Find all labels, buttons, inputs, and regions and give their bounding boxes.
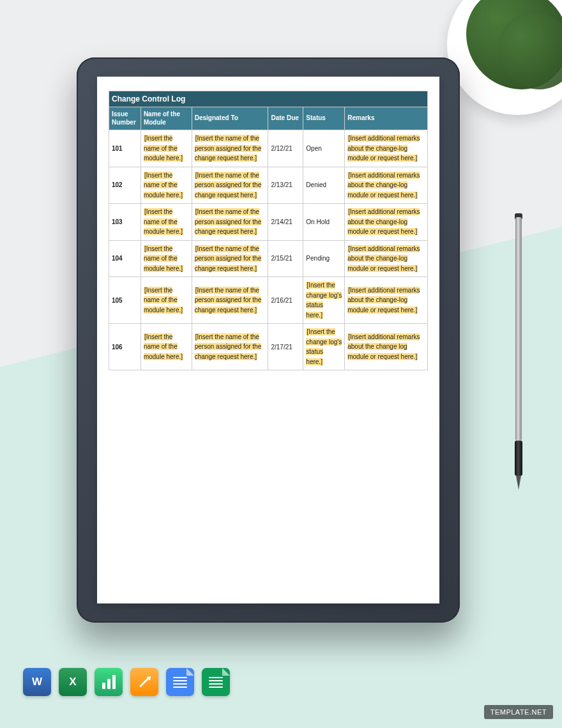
- cell-issue: 105: [109, 277, 141, 324]
- table-row: 103[Insert the name of the module here.]…: [109, 204, 428, 241]
- cell-date: 2/17/21: [268, 324, 303, 370]
- pages-icon[interactable]: [130, 668, 158, 696]
- cell-status: Pending: [303, 240, 345, 277]
- cell-designated: [Insert the name of the person assigned …: [192, 240, 268, 277]
- word-letter: W: [32, 676, 42, 688]
- table-row: 105[Insert the name of the module here.]…: [109, 277, 428, 324]
- cell-designated: [Insert the name of the person assigned …: [192, 277, 268, 324]
- watermark: TEMPLATE.NET: [484, 705, 553, 719]
- cell-date: 2/13/21: [268, 167, 303, 204]
- cell-date: 2/14/21: [268, 204, 303, 241]
- pen-decoration: [513, 217, 524, 492]
- cell-remarks: [Insert additional remarks about the cha…: [345, 324, 428, 370]
- cell-status: On Hold: [303, 204, 345, 241]
- cell-remarks: [Insert additional remarks about the cha…: [345, 240, 428, 277]
- excel-letter: X: [69, 676, 76, 688]
- cell-module: [Insert the name of the module here.]: [140, 167, 192, 204]
- word-icon[interactable]: W: [23, 668, 51, 696]
- cell-issue: 101: [109, 130, 141, 167]
- table-title: Change Control Log: [109, 91, 428, 107]
- table-row: 102[Insert the name of the module here.]…: [109, 167, 428, 204]
- cell-remarks: [Insert additional remarks about the cha…: [345, 130, 428, 167]
- cell-remarks: [Insert additional remarks about the cha…: [345, 167, 428, 204]
- cell-module: [Insert the name of the module here.]: [140, 240, 192, 277]
- cell-module: [Insert the name of the module here.]: [140, 204, 192, 241]
- header-module: Name of the Module: [140, 107, 192, 130]
- header-designated: Designated To: [192, 107, 268, 130]
- cell-date: 2/12/21: [268, 130, 303, 167]
- header-status: Status: [303, 107, 345, 130]
- google-docs-icon[interactable]: [166, 668, 194, 696]
- cell-module: [Insert the name of the module here.]: [140, 130, 192, 167]
- cell-date: 2/15/21: [268, 240, 303, 277]
- cell-status: [Insert the change log's status here.]: [303, 277, 345, 324]
- cell-issue: 103: [109, 204, 141, 241]
- table-row: 101[Insert the name of the module here.]…: [109, 130, 428, 167]
- cell-designated: [Insert the name of the person assigned …: [192, 324, 268, 370]
- tablet-frame: Change Control Log Issue Number Name of …: [77, 57, 460, 623]
- excel-icon[interactable]: X: [59, 668, 87, 696]
- numbers-icon[interactable]: [95, 668, 123, 696]
- cell-date: 2/16/21: [268, 277, 303, 324]
- cell-status: Denied: [303, 167, 345, 204]
- google-sheets-icon[interactable]: [202, 668, 230, 696]
- cell-module: [Insert the name of the module here.]: [140, 277, 192, 324]
- header-remarks: Remarks: [345, 107, 428, 130]
- app-icons-row: W X: [23, 668, 230, 696]
- cell-module: [Insert the name of the module here.]: [140, 324, 192, 370]
- change-control-table: Change Control Log Issue Number Name of …: [109, 91, 428, 370]
- cell-designated: [Insert the name of the person assigned …: [192, 167, 268, 204]
- cell-designated: [Insert the name of the person assigned …: [192, 130, 268, 167]
- cell-designated: [Insert the name of the person assigned …: [192, 204, 268, 241]
- cell-remarks: [Insert additional remarks about the cha…: [345, 204, 428, 241]
- header-issue: Issue Number: [109, 107, 141, 130]
- cell-remarks: [Insert additional remarks about the cha…: [345, 277, 428, 324]
- cell-status: Open: [303, 130, 345, 167]
- cell-status: [Insert the change log's status here.]: [303, 324, 345, 370]
- table-row: 104[Insert the name of the module here.]…: [109, 240, 428, 277]
- header-date: Date Due: [268, 107, 303, 130]
- cell-issue: 104: [109, 240, 141, 277]
- document-page: Change Control Log Issue Number Name of …: [97, 77, 439, 603]
- cell-issue: 106: [109, 324, 141, 370]
- cell-issue: 102: [109, 167, 141, 204]
- table-row: 106[Insert the name of the module here.]…: [109, 324, 428, 370]
